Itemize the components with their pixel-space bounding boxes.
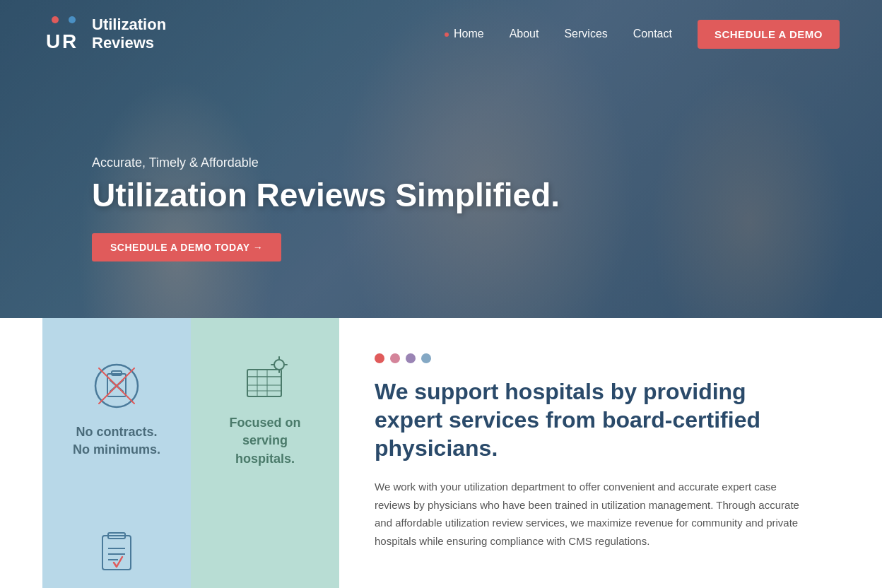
card-row-2 [42, 502, 339, 588]
hero-section: U R Utilization Reviews Home About Servi… [0, 0, 882, 318]
section-body: We work with your utilization department… [375, 478, 804, 550]
text-column: We support hospitals by providing expert… [339, 318, 840, 588]
svg-text:U: U [46, 30, 60, 52]
main-section: No contracts. No minimums. [0, 318, 882, 588]
hero-title: Utilization Reviews Simplified. [92, 177, 560, 213]
nav-about[interactable]: About [510, 28, 539, 40]
cards-column: No contracts. No minimums. [42, 318, 339, 588]
hospital-icon [240, 352, 290, 401]
dot-pink [390, 353, 400, 363]
dots-row [375, 353, 804, 363]
svg-point-1 [69, 16, 76, 23]
hero-subtitle: Accurate, Timely & Affordable [92, 155, 560, 170]
svg-rect-16 [247, 370, 281, 396]
dot-blue [421, 353, 431, 363]
no-contracts-card: No contracts. No minimums. [42, 318, 191, 502]
schedule-demo-nav-button[interactable]: SCHEDULE A DEMO [698, 20, 840, 49]
navbar: U R Utilization Reviews Home About Servi… [0, 0, 882, 68]
hero-content: Accurate, Timely & Affordable Utilizatio… [92, 155, 560, 261]
svg-text:R: R [62, 30, 76, 52]
dot-purple [406, 353, 416, 363]
nav-services[interactable]: Services [564, 28, 607, 40]
bottom-card-blue [42, 502, 191, 588]
svg-rect-22 [102, 536, 131, 570]
checklist-icon [95, 530, 138, 572]
dot-red [375, 353, 384, 363]
logo-area: U R Utilization Reviews [42, 13, 166, 55]
svg-point-0 [52, 16, 59, 23]
svg-point-11 [274, 360, 284, 370]
card-row-1: No contracts. No minimums. [42, 318, 339, 502]
home-dot [445, 33, 449, 37]
nav-links: Home About Services Contact SCHEDULE A D… [445, 20, 840, 49]
no-contracts-text: No contracts. No minimums. [73, 423, 160, 459]
schedule-demo-hero-button[interactable]: SCHEDULE A DEMO TODAY → [92, 233, 281, 261]
nav-home[interactable]: Home [445, 28, 483, 40]
nav-contact[interactable]: Contact [633, 28, 672, 40]
bottom-card-teal [191, 502, 339, 588]
focused-hospitals-card: Focused on serving hospitals. [191, 318, 339, 502]
logo-icon: U R [42, 13, 85, 55]
no-contracts-icon [92, 361, 141, 411]
focused-hospitals-text: Focused on serving hospitals. [212, 414, 318, 468]
section-heading: We support hospitals by providing expert… [375, 377, 804, 462]
logo-text: Utilization Reviews [92, 16, 166, 53]
